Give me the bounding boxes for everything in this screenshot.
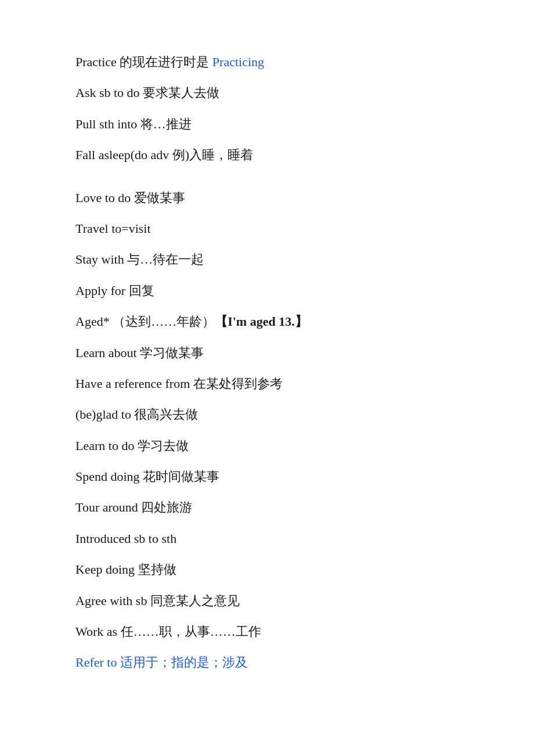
aged-example: 【I'm aged 13.】 [215,314,308,329]
line-pull-sth: Pull sth into 将…推进 [75,109,459,139]
tour-around-text: Tour around 四处旅游 [75,500,192,514]
line-work-as: Work as 任……职，从事……工作 [75,616,459,647]
line-keep-doing: Keep doing 坚持做 [75,554,459,585]
main-content: Practice 的现在进行时是 Practicing Ask sb to do… [75,46,459,678]
have-reference-text: Have a reference from 在某处得到参考 [75,376,283,391]
spend-doing-text: Spend doing 花时间做某事 [75,469,219,484]
ask-sb-text: Ask sb to do 要求某人去做 [75,85,219,100]
line-learn-to-do: Learn to do 学习去做 [75,430,459,461]
learn-about-text: Learn about 学习做某事 [75,345,204,360]
spacer-1 [75,171,459,182]
line-introduced: Introduced sb to sth [75,523,459,554]
line-love-to-do: Love to do 爱做某事 [75,182,459,213]
aged-text: Aged* （达到……年龄） [75,314,215,329]
keep-doing-text: Keep doing 坚持做 [75,562,176,577]
practicing-word: Practicing [212,55,264,69]
line-spend-doing: Spend doing 花时间做某事 [75,461,459,492]
travel-to-text: Travel to=visit [75,221,151,236]
introduced-text: Introduced sb to sth [75,531,176,546]
line-refer-to: Refer to 适用于；指的是；涉及 [75,647,459,678]
line-be-glad: (be)glad to 很高兴去做 [75,399,459,430]
line-practice: Practice 的现在进行时是 Practicing [75,46,459,77]
be-glad-text: (be)glad to 很高兴去做 [75,407,198,422]
pull-sth-text: Pull sth into 将…推进 [75,117,192,131]
line-apply-for: Apply for 回复 [75,275,459,306]
practice-text: Practice 的现在进行时是 [75,55,212,69]
line-ask-sb: Ask sb to do 要求某人去做 [75,77,459,108]
work-as-text: Work as 任……职，从事……工作 [75,624,261,639]
line-learn-about: Learn about 学习做某事 [75,337,459,368]
line-stay-with: Stay with 与…待在一起 [75,244,459,275]
fall-asleep-text: Fall asleep(do adv 例)入睡，睡着 [75,147,253,162]
agree-with-text: Agree with sb 同意某人之意见 [75,593,240,608]
line-travel-to: Travel to=visit [75,213,459,244]
line-have-reference: Have a reference from 在某处得到参考 [75,368,459,399]
love-to-do-text: Love to do 爱做某事 [75,190,185,205]
line-agree-with: Agree with sb 同意某人之意见 [75,585,459,616]
apply-for-text: Apply for 回复 [75,283,154,298]
stay-with-text: Stay with 与…待在一起 [75,252,204,267]
learn-to-do-text: Learn to do 学习去做 [75,438,189,453]
line-tour-around: Tour around 四处旅游 [75,492,459,523]
refer-to-text: Refer to 适用于；指的是；涉及 [75,655,248,669]
line-fall-asleep: Fall asleep(do adv 例)入睡，睡着 [75,139,459,170]
line-aged: Aged* （达到……年龄）【I'm aged 13.】 [75,306,459,337]
